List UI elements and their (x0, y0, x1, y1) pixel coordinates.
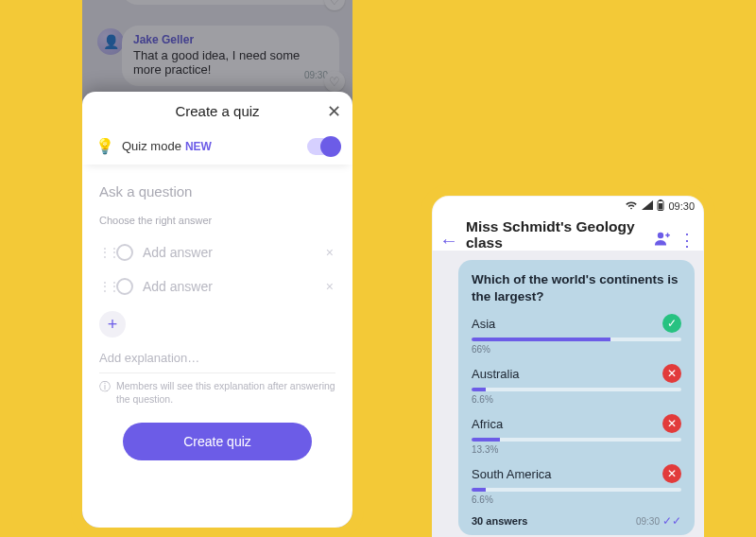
clear-answer-icon[interactable]: × (324, 245, 335, 260)
status-time: 09:30 (668, 200, 695, 212)
explanation-info: ⓘ Members will see this explanation afte… (99, 372, 335, 411)
svg-rect-6 (667, 233, 669, 237)
drag-handle-icon[interactable]: ⋮⋮ (99, 246, 111, 259)
quiz-option[interactable]: South America✕6.6% (472, 464, 681, 505)
sheet-title: Create a quiz (175, 103, 259, 119)
svg-rect-2 (660, 199, 662, 201)
quiz-option-bar (472, 338, 681, 341)
quiz-result-card: Which of the world's continents is the l… (458, 260, 695, 535)
chat-title: Miss Schmidt's Geology class (466, 218, 637, 251)
back-icon[interactable]: ← (439, 230, 458, 251)
quiz-option-label: Africa (472, 417, 503, 431)
quiz-mode-row: 💡 Quiz mode NEW (82, 130, 352, 165)
quiz-option-bar (472, 438, 681, 442)
quiz-option-percent: 66% (472, 344, 681, 355)
add-participant-icon[interactable] (652, 229, 671, 252)
wifi-icon (625, 200, 638, 212)
answer-input[interactable] (143, 245, 324, 260)
correct-answer-radio[interactable] (116, 244, 133, 261)
quiz-card-footer: 30 answers 09:30 ✓✓ (472, 514, 681, 528)
incorrect-icon: ✕ (662, 414, 681, 433)
correct-icon: ✓ (662, 314, 681, 333)
explanation-info-text: Members will see this explanation after … (116, 379, 335, 406)
svg-point-4 (658, 232, 663, 237)
sheet-header: Create a quiz ✕ (82, 92, 352, 130)
answers-count: 30 answers (472, 515, 527, 527)
incorrect-icon: ✕ (662, 364, 681, 383)
quiz-option-label: South America (472, 467, 552, 481)
phone-right: 09:30 ← Miss Schmidt's Geology class 35 … (421, 184, 715, 537)
quiz-mode-label: Quiz mode (122, 139, 181, 153)
create-quiz-sheet: Create a quiz ✕ 💡 Quiz mode NEW Choose t… (82, 92, 352, 528)
quiz-option-bar (472, 488, 681, 492)
quiz-option[interactable]: Australia✕6.6% (472, 364, 681, 405)
new-badge: NEW (185, 140, 212, 153)
signal-icon (642, 200, 653, 212)
battery-icon (657, 199, 664, 213)
quiz-option-percent: 13.3% (472, 444, 681, 455)
drag-handle-icon[interactable]: ⋮⋮ (99, 280, 111, 293)
quiz-mode-toggle[interactable] (307, 138, 339, 155)
quiz-option-percent: 6.6% (472, 494, 681, 505)
add-answer-button[interactable]: + (99, 311, 126, 338)
question-input[interactable] (99, 180, 335, 209)
lightbulb-icon: 💡 (95, 137, 114, 155)
status-bar: 09:30 (432, 196, 704, 217)
clear-answer-icon[interactable]: × (324, 279, 335, 294)
answer-input[interactable] (143, 279, 324, 294)
read-receipt-icon: ✓✓ (662, 514, 681, 528)
svg-rect-3 (659, 203, 662, 210)
chat-canvas: Which of the world's continents is the l… (432, 251, 704, 537)
quiz-option[interactable]: Africa✕13.3% (472, 414, 681, 455)
more-icon[interactable]: ⋮ (679, 230, 695, 251)
quiz-option-percent: 6.6% (472, 394, 681, 405)
choose-answer-label: Choose the right answer (99, 215, 335, 226)
close-icon[interactable]: ✕ (327, 101, 341, 122)
sheet-body: Choose the right answer ⋮⋮ × ⋮⋮ × + ⓘ Me… (82, 165, 352, 528)
explanation-input[interactable] (99, 347, 335, 371)
phone-left: the test? 09:29 ♡ 👤 Jake Geller That a g… (71, 0, 364, 537)
quiz-question: Which of the world's continents is the l… (472, 271, 681, 304)
answer-row: ⋮⋮ × (99, 235, 335, 269)
correct-answer-radio[interactable] (116, 278, 133, 295)
answer-row: ⋮⋮ × (99, 269, 335, 303)
svg-marker-0 (642, 200, 653, 210)
quiz-option-label: Asia (472, 317, 495, 331)
incorrect-icon: ✕ (662, 464, 681, 483)
quiz-card-time: 09:30 ✓✓ (636, 514, 681, 528)
create-quiz-button[interactable]: Create quiz (123, 423, 312, 460)
quiz-option[interactable]: Asia✓66% (472, 314, 681, 355)
quiz-option-bar (472, 388, 681, 391)
quiz-option-label: Australia (472, 367, 520, 381)
info-icon: ⓘ (99, 379, 111, 394)
